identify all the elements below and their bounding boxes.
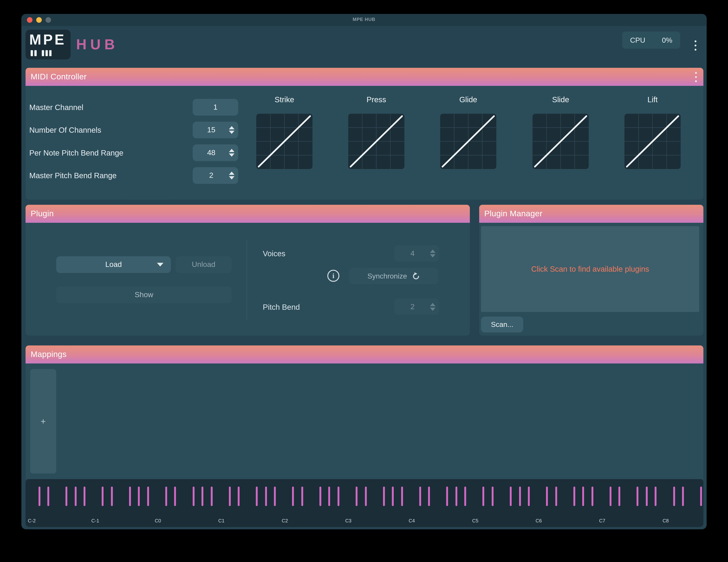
increment-icon[interactable] — [229, 126, 234, 129]
show-button[interactable]: Show — [56, 287, 232, 303]
increment-icon[interactable] — [229, 172, 234, 175]
glide-curve: Glide — [440, 94, 496, 169]
midi-controller-title: MIDI Controller — [26, 72, 87, 82]
pitch-bend-field[interactable]: 2 — [394, 299, 439, 315]
black-key-marker — [655, 487, 657, 506]
plugin-manager-title: Plugin Manager — [479, 209, 543, 219]
master-channel-label: Master Channel — [29, 102, 83, 113]
black-key-marker — [519, 487, 521, 506]
black-key-marker — [610, 487, 611, 506]
chevron-down-icon — [157, 263, 163, 267]
lift-curve-panel[interactable] — [624, 114, 681, 169]
octave-label: C-1 — [91, 518, 99, 523]
black-key-marker — [646, 487, 648, 506]
midi-controller-header: MIDI Controller — [26, 68, 703, 86]
voices-field[interactable]: 4 — [394, 245, 439, 261]
black-key-marker — [111, 487, 113, 506]
black-key-marker — [582, 487, 584, 506]
black-key-marker — [673, 487, 675, 506]
decrement-icon[interactable] — [229, 131, 234, 134]
octave-label: C-2 — [28, 518, 36, 523]
plugin-manager-body: Click Scan to find available plugins Sca… — [479, 223, 703, 336]
decrement-icon[interactable] — [229, 176, 234, 180]
black-key-marker — [356, 487, 358, 506]
black-key-marker — [292, 487, 294, 506]
glide-curve-panel[interactable] — [440, 114, 496, 169]
plus-icon: + — [41, 416, 46, 426]
press-curve-panel[interactable] — [348, 114, 404, 169]
black-key-marker — [202, 487, 204, 506]
black-key-marker — [147, 487, 149, 506]
per-note-pitch-bend-range-value: 48 — [207, 148, 215, 157]
black-key-marker — [265, 487, 267, 506]
titlebar: MPE HUB — [21, 14, 707, 26]
black-key-marker — [274, 487, 276, 506]
info-icon[interactable] — [327, 270, 339, 282]
black-key-marker — [428, 487, 430, 506]
load-label: Load — [105, 260, 122, 269]
show-label: Show — [135, 291, 153, 299]
black-key-marker — [301, 487, 303, 506]
decrement-icon[interactable] — [430, 307, 435, 311]
slide-curve-panel[interactable] — [532, 114, 589, 169]
black-key-marker — [328, 487, 330, 506]
curve-label: Press — [348, 94, 404, 105]
synchronize-button[interactable]: Synchronize — [349, 268, 438, 284]
unload-button[interactable]: Unload — [176, 256, 232, 273]
black-key-marker — [591, 487, 593, 506]
logo-text-mpe: MPE — [29, 32, 66, 48]
per-note-pitch-bend-range-field[interactable]: 48 — [193, 144, 238, 161]
refresh-icon — [412, 272, 420, 280]
logo-badge: MPE — [26, 30, 71, 59]
lift-curve: Lift — [624, 94, 681, 169]
black-key-marker — [211, 487, 212, 506]
black-key-marker — [546, 487, 548, 506]
octave-label: C3 — [345, 518, 351, 523]
black-key-marker — [365, 487, 367, 506]
add-mapping-button[interactable]: + — [30, 369, 56, 474]
strike-curve: Strike — [256, 94, 312, 169]
black-key-marker — [138, 487, 140, 506]
number-of-channels-label: Number Of Channels — [29, 125, 101, 135]
black-key-marker — [102, 487, 104, 506]
octave-label: C8 — [663, 518, 669, 523]
black-key-marker — [401, 487, 403, 506]
midi-controller-menu-button[interactable] — [692, 69, 700, 85]
plugin-list-panel: Click Scan to find available plugins — [481, 226, 699, 312]
increment-icon[interactable] — [229, 149, 234, 152]
plugin-manager-empty-message: Click Scan to find available plugins — [531, 265, 649, 273]
app-menu-button[interactable] — [692, 37, 699, 54]
black-key-marker — [65, 487, 67, 506]
black-key-marker — [465, 487, 466, 506]
app-window: MPE HUB MPE HUB CPU 0% MIDI Controller M… — [21, 14, 707, 529]
load-dropdown[interactable]: Load — [56, 256, 171, 273]
pitch-bend-value: 2 — [410, 303, 415, 311]
app: MPE HUB MPE HUB CPU 0% MIDI Controller M… — [0, 0, 728, 562]
black-key-marker — [455, 487, 457, 506]
black-key-marker — [510, 487, 512, 506]
octave-label: C5 — [472, 518, 478, 523]
octave-label: C0 — [155, 518, 161, 523]
window-title: MPE HUB — [21, 17, 707, 22]
scan-label: Scan... — [491, 320, 513, 329]
slide-curve: Slide — [532, 94, 589, 169]
black-key-marker — [383, 487, 385, 506]
voices-value: 4 — [410, 249, 415, 257]
increment-icon[interactable] — [430, 303, 435, 306]
black-key-marker — [555, 487, 557, 506]
mappings-header: Mappings — [26, 345, 703, 363]
scan-button[interactable]: Scan... — [481, 317, 523, 332]
number-of-channels-field[interactable]: 15 — [193, 122, 238, 138]
strike-curve-panel[interactable] — [256, 114, 312, 169]
mappings-title: Mappings — [26, 350, 67, 359]
black-key-marker — [338, 487, 339, 506]
master-channel-field[interactable]: 1 — [193, 99, 238, 116]
black-key-marker — [84, 487, 85, 506]
master-pitch-bend-range-field[interactable]: 2 — [193, 167, 238, 184]
black-key-marker — [165, 487, 167, 506]
pitch-bend-label: Pitch Bend — [263, 302, 300, 312]
midi-controller-body: Master Channel Number Of Channels Per No… — [26, 86, 703, 200]
decrement-icon[interactable] — [229, 153, 234, 157]
decrement-icon[interactable] — [430, 254, 435, 257]
increment-icon[interactable] — [430, 249, 435, 253]
